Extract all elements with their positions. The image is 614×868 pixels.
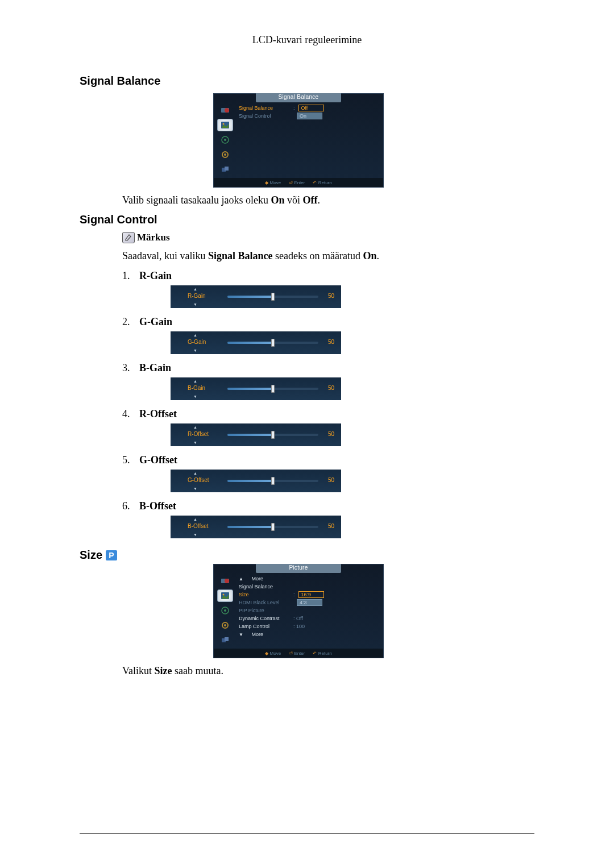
list-item-g-gain: 2. G-Gain (122, 316, 534, 328)
menu-hdmi-black: HDMI Black Level (239, 600, 290, 605)
slider-g-offset: ▲ G-Offset ▼ 50 (171, 470, 341, 492)
arrow-down-icon: ▼ (193, 441, 197, 445)
svg-point-15 (224, 609, 226, 612)
arrow-down-icon: ▼ (193, 533, 197, 537)
picture-icon (217, 589, 233, 602)
signal-balance-desc: Valib signaali tasakaalu jaoks oleku On … (122, 194, 534, 206)
arrow-down-icon: ▼ (193, 394, 197, 398)
signal-control-note-text: Saadaval, kui valiku Signal Balance sead… (122, 250, 534, 262)
multi-icon (217, 163, 233, 176)
svg-rect-9 (225, 167, 229, 171)
picture-icon (217, 119, 233, 131)
sound-icon (217, 604, 233, 617)
arrow-up-icon: ▲ (193, 379, 197, 383)
more-down: More (251, 632, 263, 637)
osd-panel-signal-balance: Signal Balance Signal Balance : Off (213, 93, 384, 188)
slider-b-offset: ▲ B-Offset ▼ 50 (171, 516, 341, 538)
svg-point-17 (224, 624, 226, 626)
slider-g-gain: ▲ G-Gain ▼ 50 (171, 331, 341, 354)
menu-size: Size (239, 592, 290, 597)
setup-icon (217, 619, 233, 632)
page-header: LCD-kuvari reguleerimine (80, 34, 534, 46)
p-badge-icon: P (106, 550, 117, 560)
slider-b-gain: ▲ B-Gain ▼ 50 (171, 377, 341, 400)
menu-dynamic-contrast: Dynamic Contrast (239, 616, 290, 621)
svg-point-11 (225, 579, 229, 583)
list-item-r-gain: 1. R-Gain (122, 270, 534, 282)
arrow-up-icon: ▲ (193, 287, 197, 291)
list-item-g-offset: 5. G-Offset (122, 454, 534, 466)
footer-rule (80, 833, 534, 834)
note-icon (122, 232, 135, 243)
note-label: Märkus (137, 232, 170, 243)
menu-lamp-control: Lamp Control (239, 624, 290, 629)
arrow-down-icon: ▼ (193, 348, 197, 352)
osd-item-signal-control: Signal Control (239, 113, 290, 119)
input-icon (217, 575, 233, 587)
arrow-up-icon: ▲ (193, 517, 197, 521)
setup-icon (217, 148, 233, 161)
arrow-down-icon: ▼ (193, 302, 197, 306)
arrow-up-icon: ▲ (193, 333, 197, 337)
menu-pip: PIP Picture (239, 608, 290, 613)
more-up: More (251, 576, 263, 582)
list-item-b-offset: 6. B-Offset (122, 500, 534, 512)
osd-icon-column (214, 102, 237, 178)
slider-r-offset: ▲ R-Offset ▼ 50 (171, 423, 341, 446)
arrow-up-icon: ▲ (193, 471, 197, 475)
osd-footer: ◆ Move ⏎ Enter ↶ Return (214, 178, 383, 187)
arrow-down-icon: ▼ (193, 487, 197, 491)
size-desc: Valikut Size saab muuta. (122, 665, 534, 677)
multi-icon (217, 634, 233, 646)
slider-r-gain: ▲ R-Gain ▼ 50 (171, 285, 341, 308)
list-item-b-gain: 3. B-Gain (122, 362, 534, 374)
osd-title-tab: Picture (256, 564, 341, 573)
svg-rect-19 (225, 637, 229, 641)
osd-icon-column (214, 572, 237, 649)
svg-point-5 (224, 139, 226, 141)
option-off: Off (298, 105, 324, 111)
input-icon (217, 104, 233, 117)
heading-signal-control: Signal Control (80, 213, 534, 226)
size-value: 16:9 (298, 591, 324, 598)
alt-size-value: 4:3 (297, 599, 322, 606)
osd-item-signal-balance: Signal Balance (239, 105, 290, 111)
arrow-up-icon: ▲ (193, 425, 197, 429)
svg-point-7 (224, 153, 226, 156)
menu-signal-balance: Signal Balance (239, 584, 290, 589)
sound-icon (217, 134, 233, 146)
osd-panel-picture: Picture ▲ More Signal Balance Size:16:9 … (213, 564, 384, 658)
heading-signal-balance: Signal Balance (80, 74, 534, 88)
svg-point-1 (225, 108, 229, 113)
option-on: On (297, 113, 322, 119)
osd-title-tab: Signal Balance (256, 93, 341, 102)
heading-size: Size (80, 549, 102, 562)
osd-footer: ◆ Move ⏎ Enter ↶ Return (214, 649, 383, 658)
list-item-r-offset: 4. R-Offset (122, 408, 534, 420)
